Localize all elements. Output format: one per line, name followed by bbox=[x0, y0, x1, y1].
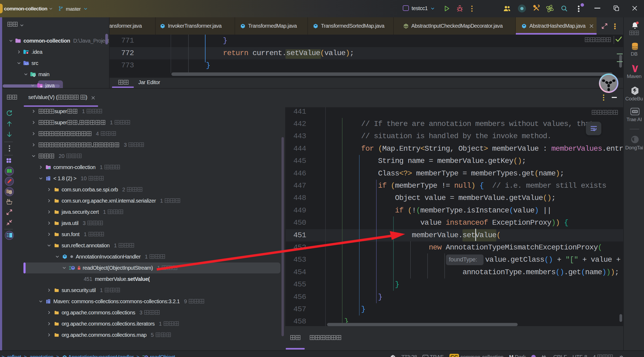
svg-text:</>: </> bbox=[25, 63, 29, 66]
svg-text:IJ: IJ bbox=[27, 52, 28, 54]
